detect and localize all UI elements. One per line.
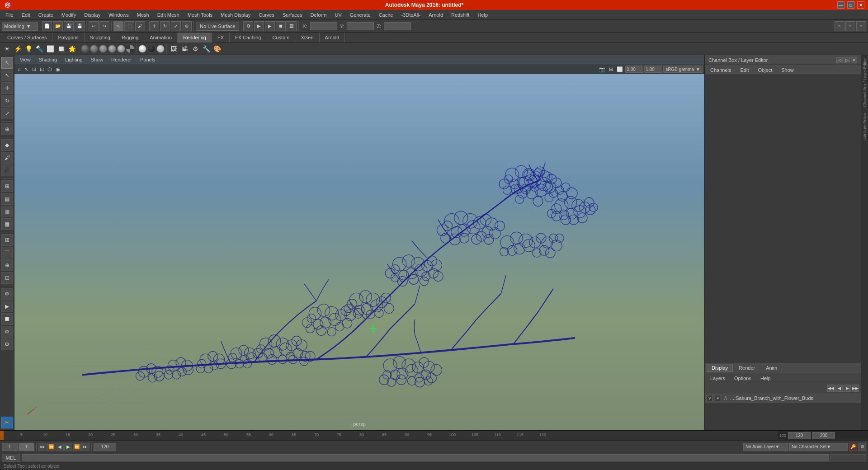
render-attr-btn[interactable]: ⚙ xyxy=(1,326,13,338)
character-set-dropdown[interactable]: No Character Set ▼ xyxy=(789,443,848,451)
spot-light-icon[interactable]: 🔦 xyxy=(34,44,44,54)
channel-box-expand[interactable]: ▷ xyxy=(844,57,850,63)
quad-view-btn[interactable]: ⊞ xyxy=(1,180,13,192)
smooth-sphere[interactable] xyxy=(99,45,107,53)
tab-animation[interactable]: Animation xyxy=(144,33,178,42)
menu-help[interactable]: Help xyxy=(474,11,491,19)
vp-camera-icon[interactable]: 📷 xyxy=(598,65,607,73)
grey-sphere[interactable] xyxy=(156,45,165,53)
vp-frame-all-btn[interactable]: ⊡ xyxy=(31,65,38,73)
tab-xgen[interactable]: XGen xyxy=(295,33,319,42)
save-scene-button[interactable]: 💾 xyxy=(64,21,74,31)
tab-fx-caching[interactable]: FX Caching xyxy=(230,33,267,42)
x-coord-field[interactable] xyxy=(310,22,337,30)
vp-select-btn[interactable]: ↖ xyxy=(23,65,30,73)
layer-prev-single-btn[interactable]: ◀ xyxy=(835,385,843,392)
vp-udim-btn[interactable]: ⬜ xyxy=(615,65,624,73)
menu-create[interactable]: Create xyxy=(35,11,57,19)
tab-sculpting[interactable]: Sculpting xyxy=(85,33,116,42)
scale-tool-left[interactable]: ⤢ xyxy=(1,108,13,119)
menu-redshift[interactable]: Redshift xyxy=(448,11,473,19)
white-sphere[interactable] xyxy=(138,45,146,53)
vp-menu-renderer[interactable]: Renderer xyxy=(108,56,136,63)
mel-tab[interactable]: MEL xyxy=(2,454,20,462)
window-controls[interactable]: — □ ✕ xyxy=(837,1,864,9)
attr-editor-toggle[interactable]: ≡ xyxy=(845,21,855,31)
light-sphere[interactable] xyxy=(117,45,125,53)
vp-menu-view[interactable]: View xyxy=(16,56,34,63)
redo-button[interactable]: ↪ xyxy=(99,21,109,31)
wireframe-sphere[interactable] xyxy=(81,45,89,53)
tool-settings-toggle[interactable]: ≡ xyxy=(856,21,866,31)
show-manip-tool[interactable]: ⊕ xyxy=(1,123,13,135)
render-image-icon[interactable]: 🖼 xyxy=(169,44,179,54)
universal-manip-button[interactable]: ⊕ xyxy=(182,21,192,31)
vp-menu-show[interactable]: Show xyxy=(87,56,107,63)
menu-edit-mesh[interactable]: Edit Mesh xyxy=(154,11,183,19)
quick-render-btn[interactable]: ▶ xyxy=(1,301,13,312)
minimize-button[interactable]: — xyxy=(837,1,844,9)
timeline-ruler[interactable]: 1 5 10 15 20 25 30 35 40 45 50 55 60 65 … xyxy=(0,431,778,440)
soft-select-tool[interactable]: ◆ xyxy=(1,139,13,151)
ambient-light-icon[interactable]: 🌟 xyxy=(67,44,77,54)
render-view-button[interactable]: 🖼 xyxy=(287,21,297,31)
goto-end-btn[interactable]: ⏭ xyxy=(81,443,90,451)
render-opt-btn[interactable]: ⚙ xyxy=(1,338,13,350)
layer-next-btn[interactable]: ▶▶ xyxy=(852,385,859,392)
channel-box-collapse[interactable]: ◁ xyxy=(836,57,843,63)
menu-uv[interactable]: UV xyxy=(331,11,345,19)
checker-sphere[interactable] xyxy=(126,45,134,53)
point-light-icon[interactable]: 💡 xyxy=(24,44,33,54)
menu-mesh-tools[interactable]: Mesh Tools xyxy=(184,11,216,19)
layers-menu-item[interactable]: Layers xyxy=(707,375,729,381)
vp-shaded-btn[interactable]: ◉ xyxy=(54,65,61,73)
render-settings-button[interactable]: ⚙ xyxy=(243,21,253,31)
menu-file[interactable]: File xyxy=(2,11,17,19)
gamma-dropdown[interactable]: sRGB gamma ▼ xyxy=(663,66,703,73)
workspace-dropdown[interactable]: Modeling ▼ xyxy=(2,22,38,31)
render-region-btn[interactable]: 🔲 xyxy=(1,313,13,325)
snap-to-grid-btn[interactable]: ⊞ xyxy=(1,234,13,246)
render-sequence-icon[interactable]: 📽 xyxy=(179,44,189,54)
tab-polygons[interactable]: Polygons xyxy=(52,33,84,42)
stop-render-button[interactable]: ⏹ xyxy=(276,21,286,31)
layer-row[interactable]: V P /\ ...:Sakura_Branch_with_Flower_Bud… xyxy=(705,393,861,403)
flat-sphere[interactable] xyxy=(90,45,98,53)
texture-sphere[interactable] xyxy=(108,45,116,53)
menu-display[interactable]: Display xyxy=(80,11,104,19)
vtab-channel-box[interactable]: Channel Box / Layer Editor xyxy=(861,55,868,110)
tab-custom[interactable]: Custom xyxy=(267,33,296,42)
select-tool-left[interactable]: ↖ xyxy=(1,57,13,69)
scale-tool-button[interactable]: ⤢ xyxy=(171,21,181,31)
layer-playback[interactable]: P xyxy=(715,395,721,401)
vp-field1[interactable]: 0.00 xyxy=(625,66,643,73)
display-tab[interactable]: Display xyxy=(707,364,733,372)
render-options-icon[interactable]: ⚙ xyxy=(190,44,200,54)
vp-wireframe-btn[interactable]: ⬡ xyxy=(46,65,53,73)
anim-layer-dropdown[interactable]: No Anim Layer ▼ xyxy=(743,443,788,451)
paint-select-button[interactable]: 🖌 xyxy=(135,21,145,31)
menu-cache[interactable]: Cache xyxy=(375,11,397,19)
y-coord-field[interactable] xyxy=(347,22,374,30)
object-nav[interactable]: Object xyxy=(754,66,776,74)
frame-end-field[interactable]: 120 xyxy=(94,443,116,451)
menu-curves[interactable]: Curves xyxy=(255,11,278,19)
snap-to-curve-btn[interactable]: ⌒ xyxy=(1,247,13,258)
goto-start-btn[interactable]: ⏮ xyxy=(38,443,47,451)
tab-rigging[interactable]: Rigging xyxy=(116,33,144,42)
layout-btn1[interactable]: ▤ xyxy=(1,193,13,205)
vtab-attr-editor[interactable]: Attribute Editor xyxy=(861,110,868,143)
vp-menu-panels[interactable]: Panels xyxy=(137,56,159,63)
layout-btn2[interactable]: ▥ xyxy=(1,206,13,217)
timeline-end-field[interactable]: 120 xyxy=(788,432,811,439)
render-icon-left[interactable]: ⚙ xyxy=(1,288,13,300)
current-frame-field[interactable]: 1 xyxy=(19,443,34,451)
vp-grid-btn[interactable]: ⊞ xyxy=(608,65,614,73)
undo-button[interactable]: ↩ xyxy=(89,21,99,31)
menu-3dtoall[interactable]: -3DtoAll- xyxy=(397,11,424,19)
tab-rendering[interactable]: Rendering xyxy=(178,33,212,42)
play-forward-btn[interactable]: ▶ xyxy=(64,443,72,451)
step-back-btn[interactable]: ⏪ xyxy=(47,443,55,451)
layer-next-single-btn[interactable]: ▶ xyxy=(844,385,851,392)
tab-fx[interactable]: FX xyxy=(212,33,230,42)
